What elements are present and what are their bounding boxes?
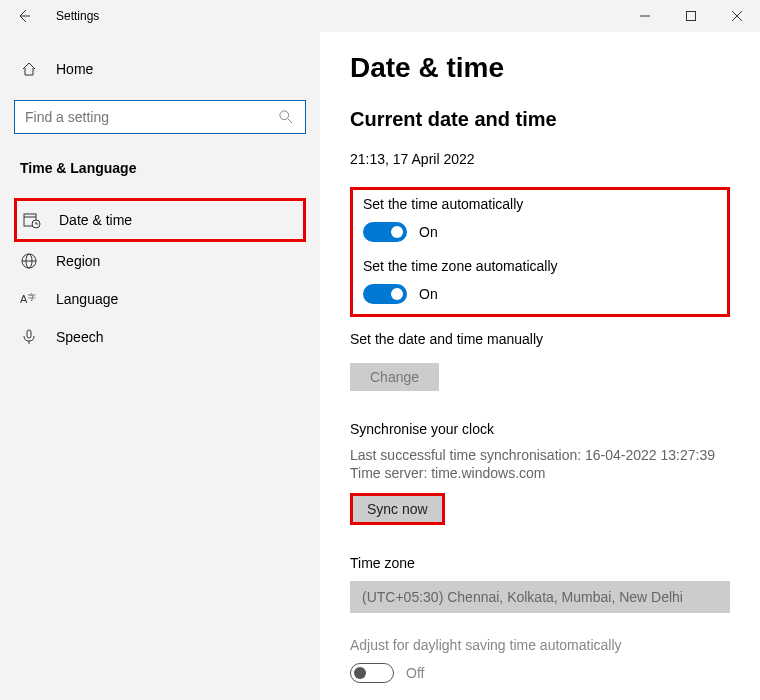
svg-rect-1 [687,12,696,21]
svg-line-5 [288,119,292,123]
sidebar-item-label: Date & time [59,212,132,228]
close-button[interactable] [714,0,760,32]
current-datetime: 21:13, 17 April 2022 [350,151,730,167]
auto-settings-highlight: Set the time automatically On Set the ti… [350,187,730,317]
tz-title: Time zone [350,555,730,571]
search-input[interactable] [25,109,277,125]
sidebar-item-region[interactable]: Region [14,242,306,280]
sidebar-item-label: Region [56,253,100,269]
auto-tz-state: On [419,286,438,302]
content-area: Date & time Current date and time 21:13,… [320,32,760,700]
back-button[interactable] [0,0,48,32]
sidebar-item-language[interactable]: A字 Language [14,280,306,318]
sync-title: Synchronise your clock [350,421,730,437]
sync-button-highlight: Sync now [350,493,445,525]
dst-state: Off [406,665,424,681]
svg-text:字: 字 [28,293,36,302]
globe-icon [20,252,38,270]
home-link[interactable]: Home [14,52,306,86]
svg-point-4 [280,111,289,120]
sidebar-item-label: Speech [56,329,103,345]
window-title: Settings [56,9,99,23]
auto-time-label: Set the time automatically [363,196,717,212]
titlebar: Settings [0,0,760,32]
svg-rect-16 [27,330,31,338]
category-title: Time & Language [20,160,306,176]
dst-label: Adjust for daylight saving time automati… [350,637,730,653]
section-subtitle: Current date and time [350,108,730,131]
language-icon: A字 [20,290,38,308]
maximize-button[interactable] [668,0,714,32]
sidebar-item-date-time[interactable]: Date & time [14,198,306,242]
microphone-icon [20,328,38,346]
auto-tz-toggle[interactable] [363,284,407,304]
minimize-button[interactable] [622,0,668,32]
manual-label: Set the date and time manually [350,331,730,347]
change-button: Change [350,363,439,391]
sidebar-item-label: Language [56,291,118,307]
auto-time-toggle[interactable] [363,222,407,242]
search-box[interactable] [14,100,306,134]
calendar-clock-icon [23,211,41,229]
page-title: Date & time [350,52,730,84]
sync-last: Last successful time synchronisation: 16… [350,447,730,463]
home-icon [20,60,38,78]
search-icon [277,108,295,126]
svg-text:A: A [20,293,28,305]
auto-tz-label: Set the time zone automatically [363,258,717,274]
sync-server: Time server: time.windows.com [350,465,730,481]
sync-now-button[interactable]: Sync now [353,496,442,522]
auto-time-state: On [419,224,438,240]
dst-toggle [350,663,394,683]
sidebar: Home Time & Language Date & time Region … [0,32,320,700]
tz-select: (UTC+05:30) Chennai, Kolkata, Mumbai, Ne… [350,581,730,613]
sidebar-item-speech[interactable]: Speech [14,318,306,356]
home-label: Home [56,61,93,77]
